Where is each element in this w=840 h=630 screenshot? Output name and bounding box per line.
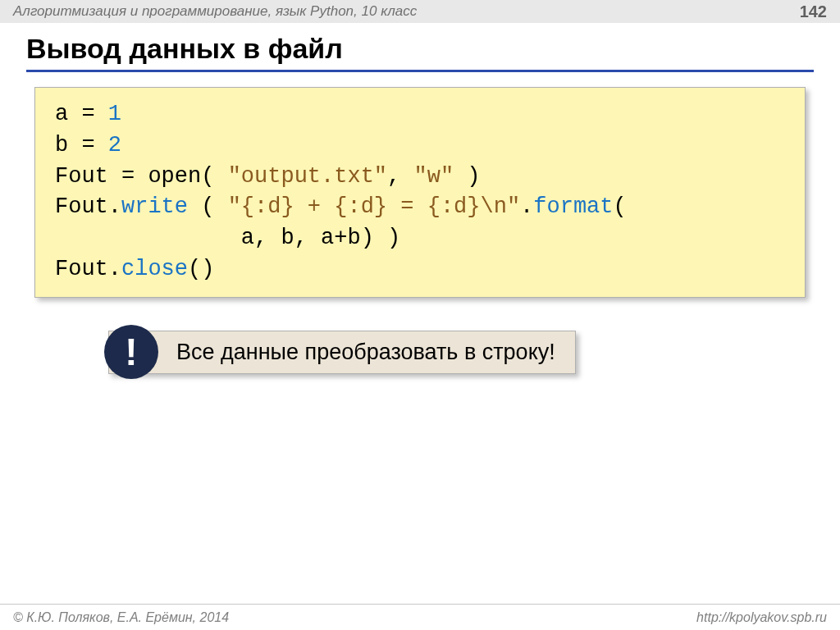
course-label: Алгоритмизация и программирование, язык … [13, 3, 417, 20]
callout-container: ! Все данные преобразовать в строку! [108, 331, 814, 374]
callout-text: Все данные преобразовать в строку! [176, 340, 555, 364]
code-line-5: a, b, a+b) ) [55, 226, 400, 250]
slide-title: Вывод данных в файл [26, 33, 814, 72]
copyright-label: © К.Ю. Поляков, Е.А. Ерёмин, 2014 [13, 610, 229, 625]
code-block: a = 1 b = 2 Fout = open( "output.txt", "… [34, 87, 806, 298]
footer-url: http://kpolyakov.spb.ru [696, 610, 827, 625]
exclamation-icon: ! [104, 325, 158, 379]
code-line-6: Fout.close() [55, 257, 214, 281]
note-callout: ! Все данные преобразовать в строку! [108, 331, 576, 374]
code-line-3: Fout = open( "output.txt", "w" ) [55, 164, 481, 189]
code-line-1: a = 1 [55, 102, 121, 126]
page-number: 142 [800, 2, 827, 21]
code-line-4: Fout.write ( "{:d} + {:d} = {:d}\n".form… [55, 194, 627, 219]
footer-bar: © К.Ю. Поляков, Е.А. Ерёмин, 2014 http:/… [0, 604, 840, 630]
slide-content: Вывод данных в файл a = 1 b = 2 Fout = o… [0, 23, 840, 374]
header-bar: Алгоритмизация и программирование, язык … [0, 0, 840, 23]
code-line-2: b = 2 [55, 133, 121, 158]
